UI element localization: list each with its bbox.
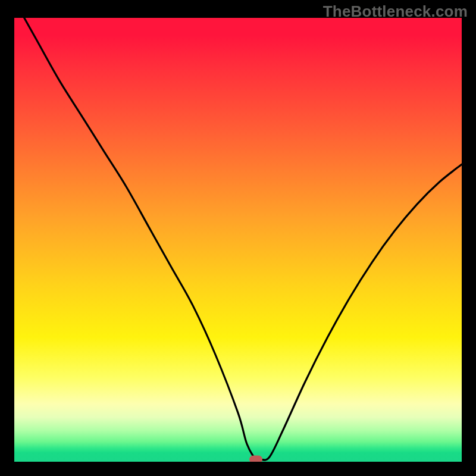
optimal-point-marker [249, 456, 262, 462]
watermark-text: TheBottleneck.com [323, 2, 468, 21]
bottleneck-curve [14, 18, 462, 462]
plot-area [14, 18, 462, 462]
curve-path [14, 18, 462, 461]
frame-border-bottom [0, 462, 476, 476]
chart-frame: TheBottleneck.com [0, 0, 476, 476]
frame-border-right [462, 0, 476, 476]
frame-border-left [0, 0, 14, 476]
